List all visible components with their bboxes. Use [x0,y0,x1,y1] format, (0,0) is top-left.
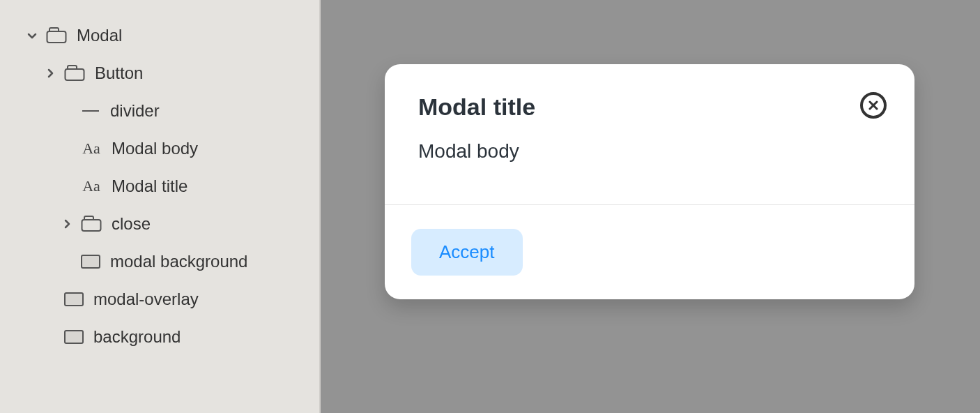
rectangle-icon [81,255,100,269]
rectangle-icon [64,330,84,344]
frame-icon [81,216,102,232]
layers-panel: ModalButtondividerAaModal bodyAaModal ti… [0,0,321,413]
layer-row[interactable]: AaModal body [0,130,319,167]
layer-label: close [112,214,151,234]
layer-label: Modal [77,26,122,45]
layer-row[interactable]: close [0,205,319,243]
modal-title: Modal title [418,93,881,121]
layer-row[interactable]: modal background [0,243,319,280]
svg-rect-1 [66,69,84,80]
layer-label: Modal body [112,139,198,158]
layer-tree: ModalButtondividerAaModal bodyAaModal ti… [0,17,319,356]
modal-body-text: Modal body [418,140,881,163]
layer-label: modal-overlay [93,290,199,309]
layer-row[interactable]: divider [0,92,319,130]
layer-label: Modal title [112,177,187,196]
svg-rect-4 [82,255,100,268]
layer-label: Button [95,63,143,83]
layer-label: modal background [110,252,247,271]
layer-row[interactable]: modal-overlay [0,280,319,318]
rectangle-icon [64,292,84,306]
text-icon: Aa [81,140,102,158]
close-icon [868,100,878,110]
frame-icon [64,65,85,82]
svg-rect-3 [82,220,101,231]
layer-row[interactable]: AaModal title [0,167,319,205]
canvas[interactable]: Modal title Modal body Accept [321,0,980,413]
chevron-right-icon [43,66,57,80]
modal-body-area: Modal title Modal body [385,64,914,204]
svg-rect-6 [65,331,83,343]
layer-row[interactable]: background [0,318,319,356]
chevron-right-icon [60,217,74,231]
accept-button[interactable]: Accept [411,229,523,276]
layer-label: background [93,327,181,347]
modal-dialog: Modal title Modal body Accept [385,64,914,299]
frame-icon [46,27,67,44]
text-icon: Aa [81,177,102,195]
close-button[interactable] [860,92,887,119]
chevron-down-icon [25,29,39,43]
layer-label: divider [110,101,160,121]
svg-rect-0 [47,31,66,43]
layer-row[interactable]: Modal [0,17,319,54]
line-icon [81,104,100,118]
layer-row[interactable]: Button [0,54,319,92]
modal-footer: Accept [385,204,914,299]
svg-rect-5 [65,293,83,306]
